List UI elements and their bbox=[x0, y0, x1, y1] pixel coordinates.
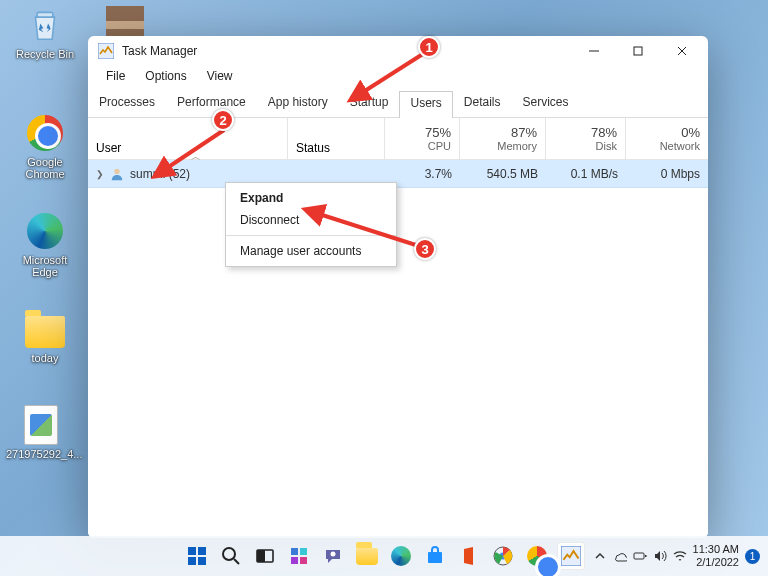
store-button[interactable] bbox=[421, 542, 449, 570]
column-disk[interactable]: 78%Disk bbox=[546, 118, 626, 159]
chevron-up-icon[interactable] bbox=[593, 549, 607, 563]
office-button[interactable] bbox=[455, 542, 483, 570]
svg-rect-5 bbox=[198, 547, 206, 555]
desktop-icon-chrome[interactable]: Google Chrome bbox=[10, 112, 80, 180]
svg-rect-0 bbox=[37, 12, 53, 17]
clock-date: 2/1/2022 bbox=[693, 556, 739, 569]
tabbar: Processes Performance App history Startu… bbox=[88, 90, 708, 118]
tab-startup[interactable]: Startup bbox=[339, 90, 400, 117]
edge-taskbar[interactable] bbox=[387, 542, 415, 570]
svg-rect-14 bbox=[300, 557, 307, 564]
svg-rect-10 bbox=[257, 550, 265, 562]
net-label: Network bbox=[660, 140, 700, 152]
column-status-label: Status bbox=[296, 141, 384, 155]
menu-view[interactable]: View bbox=[197, 66, 243, 90]
net-pct: 0% bbox=[681, 125, 700, 140]
menu-options[interactable]: Options bbox=[135, 66, 196, 90]
desktop-icon-recycle-bin[interactable]: Recycle Bin bbox=[10, 4, 80, 60]
svg-point-8 bbox=[223, 548, 235, 560]
desktop-icon-label: Google Chrome bbox=[10, 156, 80, 180]
svg-rect-2 bbox=[634, 47, 642, 55]
user-mem: 540.5 MB bbox=[460, 167, 546, 181]
clock-time: 11:30 AM bbox=[693, 543, 739, 556]
column-memory[interactable]: 87%Memory bbox=[460, 118, 546, 159]
cpu-pct: 75% bbox=[425, 125, 451, 140]
cpu-label: CPU bbox=[428, 140, 451, 152]
tab-app-history[interactable]: App history bbox=[257, 90, 339, 117]
tab-processes[interactable]: Processes bbox=[88, 90, 166, 117]
clock[interactable]: 11:30 AM 2/1/2022 bbox=[693, 543, 739, 568]
folder-icon bbox=[24, 308, 66, 350]
notification-badge[interactable]: 1 bbox=[745, 549, 760, 564]
system-tray[interactable]: 11:30 AM 2/1/2022 1 bbox=[593, 543, 760, 568]
start-button[interactable] bbox=[183, 542, 211, 570]
search-button[interactable] bbox=[217, 542, 245, 570]
onedrive-icon[interactable] bbox=[613, 549, 627, 563]
disk-pct: 78% bbox=[591, 125, 617, 140]
chevron-right-icon[interactable]: ❯ bbox=[96, 169, 104, 179]
task-manager-taskbar[interactable] bbox=[557, 542, 585, 570]
user-net: 0 Mbps bbox=[626, 167, 708, 181]
close-button[interactable] bbox=[660, 37, 704, 65]
desktop-icon-edge[interactable]: Microsoft Edge bbox=[10, 210, 80, 278]
context-menu: Expand Disconnect Manage user accounts bbox=[225, 182, 397, 267]
annotation-badge-2: 2 bbox=[212, 109, 234, 131]
ctx-expand[interactable]: Expand bbox=[226, 187, 396, 209]
annotation-badge-1: 1 bbox=[418, 36, 440, 58]
titlebar[interactable]: Task Manager bbox=[88, 36, 708, 66]
edge-icon bbox=[24, 210, 66, 252]
column-status[interactable]: Status bbox=[288, 118, 385, 159]
menu-file[interactable]: File bbox=[96, 66, 135, 90]
task-view-button[interactable] bbox=[251, 542, 279, 570]
content-area bbox=[88, 188, 708, 538]
chrome-icon bbox=[24, 112, 66, 154]
taskbar: 11:30 AM 2/1/2022 1 bbox=[0, 536, 768, 576]
user-disk: 0.1 MB/s bbox=[546, 167, 626, 181]
desktop-icon-label: today bbox=[10, 352, 80, 364]
svg-rect-7 bbox=[198, 557, 206, 565]
minimize-button[interactable] bbox=[572, 37, 616, 65]
user-row[interactable]: ❯ summi (52) 3.7% 540.5 MB 0.1 MB/s 0 Mb… bbox=[88, 160, 708, 188]
user-name: summi (52) bbox=[130, 167, 190, 181]
desktop-icon-folder-today[interactable]: today bbox=[10, 308, 80, 364]
chat-button[interactable] bbox=[319, 542, 347, 570]
tab-details[interactable]: Details bbox=[453, 90, 512, 117]
column-cpu[interactable]: 75%CPU bbox=[385, 118, 460, 159]
desktop-icon-label: Recycle Bin bbox=[10, 48, 80, 60]
volume-icon[interactable] bbox=[653, 549, 667, 563]
maximize-button[interactable] bbox=[616, 37, 660, 65]
chrome-taskbar[interactable] bbox=[523, 542, 551, 570]
image-file-icon bbox=[20, 404, 62, 446]
widgets-button[interactable] bbox=[285, 542, 313, 570]
desktop-icon-image-file[interactable]: 271975292_4... bbox=[6, 404, 76, 460]
disk-label: Disk bbox=[596, 140, 617, 152]
ctx-manage-accounts[interactable]: Manage user accounts bbox=[226, 240, 396, 262]
battery-icon[interactable] bbox=[633, 549, 647, 563]
tab-performance[interactable]: Performance bbox=[166, 90, 257, 117]
tab-users[interactable]: Users bbox=[399, 91, 452, 118]
user-icon bbox=[110, 167, 124, 181]
ctx-disconnect[interactable]: Disconnect bbox=[226, 209, 396, 231]
menubar: File Options View bbox=[88, 66, 708, 90]
chevron-up-icon: ︿ bbox=[96, 150, 296, 164]
file-explorer-button[interactable] bbox=[353, 542, 381, 570]
svg-rect-11 bbox=[291, 548, 298, 555]
recycle-bin-icon bbox=[24, 4, 66, 46]
svg-rect-12 bbox=[300, 548, 307, 555]
column-user[interactable]: ︿ User bbox=[88, 118, 288, 159]
window-title: Task Manager bbox=[122, 44, 572, 58]
column-headers: ︿ User Status 75%CPU 87%Memory 78%Disk 0… bbox=[88, 118, 708, 160]
tab-services[interactable]: Services bbox=[512, 90, 580, 117]
svg-rect-20 bbox=[634, 553, 644, 559]
column-network[interactable]: 0%Network bbox=[626, 118, 708, 159]
annotation-badge-3: 3 bbox=[414, 238, 436, 260]
svg-point-3 bbox=[114, 168, 119, 173]
svg-rect-4 bbox=[188, 547, 196, 555]
desktop-icon-label: 271975292_4... bbox=[6, 448, 76, 460]
user-cpu: 3.7% bbox=[385, 167, 460, 181]
browser-taskbar[interactable] bbox=[489, 542, 517, 570]
wifi-icon[interactable] bbox=[673, 549, 687, 563]
svg-rect-6 bbox=[188, 557, 196, 565]
svg-rect-16 bbox=[428, 552, 442, 563]
task-manager-window: Task Manager File Options View Processes… bbox=[88, 36, 708, 538]
